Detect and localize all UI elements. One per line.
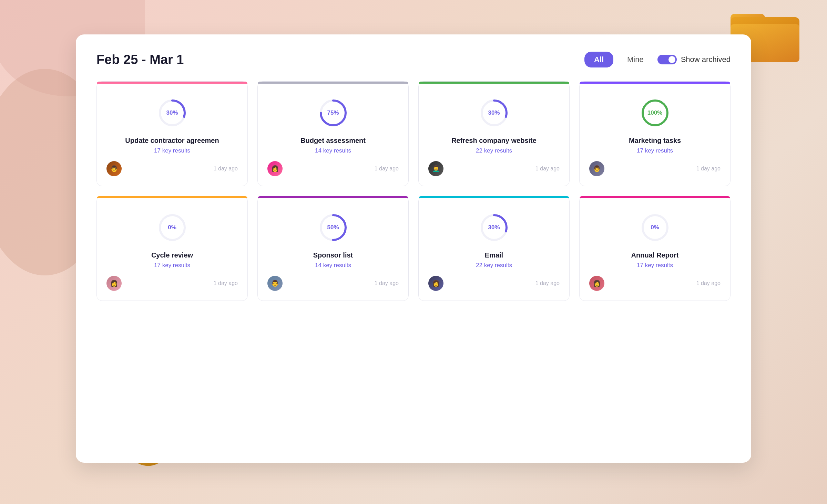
show-archived-toggle-container: Show archived bbox=[657, 55, 731, 64]
progress-text: 50% bbox=[327, 224, 339, 231]
task-card-5[interactable]: 0% Cycle review 17 key results 👩 1 day a… bbox=[96, 196, 248, 301]
main-panel: Feb 25 - Mar 1 All Mine Show archived 30… bbox=[76, 34, 751, 463]
avatar: 👩 bbox=[589, 276, 604, 291]
card-footer: 👩 1 day ago bbox=[106, 276, 238, 291]
mine-filter-button[interactable]: Mine bbox=[622, 52, 649, 67]
card-accent-bar bbox=[97, 196, 247, 198]
avatar-image: 👩 bbox=[589, 276, 604, 291]
card-timestamp: 1 day ago bbox=[696, 166, 721, 172]
card-key-results: 14 key results bbox=[267, 262, 399, 269]
card-footer: 👨 1 day ago bbox=[106, 161, 238, 176]
avatar-image: 👨 bbox=[106, 161, 122, 176]
show-archived-toggle[interactable] bbox=[657, 55, 677, 64]
card-accent-bar bbox=[419, 196, 569, 198]
progress-circle: 0% bbox=[640, 212, 671, 243]
task-card-6[interactable]: 50% Sponsor list 14 key results 👨 1 day … bbox=[257, 196, 409, 301]
progress-text: 75% bbox=[327, 109, 339, 116]
card-footer: 👩 1 day ago bbox=[267, 161, 399, 176]
card-key-results: 17 key results bbox=[106, 147, 238, 154]
card-key-results: 22 key results bbox=[428, 262, 560, 269]
toggle-knob bbox=[668, 56, 675, 63]
card-footer: 👨 1 day ago bbox=[589, 161, 721, 176]
avatar-image: 👨 bbox=[589, 161, 604, 176]
card-title: Sponsor list bbox=[267, 251, 399, 259]
card-key-results: 17 key results bbox=[589, 262, 721, 269]
progress-circle: 50% bbox=[318, 212, 349, 243]
avatar: 👩 bbox=[267, 161, 283, 176]
card-timestamp: 1 day ago bbox=[375, 166, 399, 172]
progress-text: 0% bbox=[168, 224, 176, 231]
progress-wrapper: 0% bbox=[106, 212, 238, 243]
card-title: Email bbox=[428, 251, 560, 259]
avatar: 👨 bbox=[267, 276, 283, 291]
card-title: Budget assessment bbox=[267, 137, 399, 145]
avatar-image: 👨 bbox=[267, 276, 283, 291]
progress-wrapper: 75% bbox=[267, 97, 399, 128]
avatar: 👨‍🦱 bbox=[428, 161, 443, 176]
avatar: 👨 bbox=[589, 161, 604, 176]
card-key-results: 17 key results bbox=[106, 262, 238, 269]
progress-circle: 30% bbox=[157, 97, 188, 128]
header: Feb 25 - Mar 1 All Mine Show archived bbox=[96, 52, 731, 67]
card-accent-bar bbox=[419, 82, 569, 84]
card-title: Annual Report bbox=[589, 251, 721, 259]
card-timestamp: 1 day ago bbox=[535, 280, 560, 286]
task-card-8[interactable]: 0% Annual Report 17 key results 👩 1 day … bbox=[579, 196, 731, 301]
card-title: Update contractor agreemen bbox=[106, 137, 238, 145]
card-footer: 👩 1 day ago bbox=[589, 276, 721, 291]
progress-circle: 30% bbox=[479, 97, 510, 128]
card-key-results: 14 key results bbox=[267, 147, 399, 154]
card-title: Marketing tasks bbox=[589, 137, 721, 145]
progress-text: 100% bbox=[647, 109, 662, 116]
task-card-4[interactable]: 100% Marketing tasks 17 key results 👨 1 … bbox=[579, 81, 731, 186]
progress-wrapper: 30% bbox=[428, 212, 560, 243]
all-filter-button[interactable]: All bbox=[584, 52, 613, 67]
card-footer: 👨‍🦱 1 day ago bbox=[428, 161, 560, 176]
avatar: 👩 bbox=[106, 276, 122, 291]
card-timestamp: 1 day ago bbox=[375, 280, 399, 286]
avatar-image: 👩 bbox=[267, 161, 283, 176]
avatar-image: 👩 bbox=[428, 276, 443, 291]
progress-circle: 0% bbox=[157, 212, 188, 243]
task-card-7[interactable]: 30% Email 22 key results 👩 1 day ago bbox=[418, 196, 570, 301]
card-accent-bar bbox=[258, 82, 408, 84]
card-accent-bar bbox=[258, 196, 408, 198]
card-footer: 👨 1 day ago bbox=[267, 276, 399, 291]
progress-wrapper: 0% bbox=[589, 212, 721, 243]
avatar: 👨 bbox=[106, 161, 122, 176]
card-title: Cycle review bbox=[106, 251, 238, 259]
progress-text: 30% bbox=[488, 224, 500, 231]
progress-circle: 30% bbox=[479, 212, 510, 243]
avatar-image: 👩 bbox=[106, 276, 122, 291]
task-card-2[interactable]: 75% Budget assessment 14 key results 👩 1… bbox=[257, 81, 409, 186]
show-archived-label: Show archived bbox=[681, 55, 731, 64]
card-timestamp: 1 day ago bbox=[535, 166, 560, 172]
card-key-results: 22 key results bbox=[428, 147, 560, 154]
progress-text: 30% bbox=[166, 109, 178, 116]
avatar: 👩 bbox=[428, 276, 443, 291]
progress-circle: 100% bbox=[640, 97, 671, 128]
card-key-results: 17 key results bbox=[589, 147, 721, 154]
card-timestamp: 1 day ago bbox=[696, 280, 721, 286]
progress-wrapper: 30% bbox=[428, 97, 560, 128]
card-footer: 👩 1 day ago bbox=[428, 276, 560, 291]
header-controls: All Mine Show archived bbox=[584, 52, 731, 67]
card-accent-bar bbox=[97, 82, 247, 84]
card-accent-bar bbox=[580, 196, 730, 198]
progress-circle: 75% bbox=[318, 97, 349, 128]
progress-wrapper: 100% bbox=[589, 97, 721, 128]
date-range-title: Feb 25 - Mar 1 bbox=[96, 52, 184, 67]
card-timestamp: 1 day ago bbox=[214, 166, 238, 172]
cards-grid: 30% Update contractor agreemen 17 key re… bbox=[96, 81, 731, 301]
card-accent-bar bbox=[580, 82, 730, 84]
avatar-image: 👨‍🦱 bbox=[428, 161, 443, 176]
task-card-1[interactable]: 30% Update contractor agreemen 17 key re… bbox=[96, 81, 248, 186]
task-card-3[interactable]: 30% Refresh company website 22 key resul… bbox=[418, 81, 570, 186]
card-title: Refresh company website bbox=[428, 137, 560, 145]
progress-text: 30% bbox=[488, 109, 500, 116]
progress-wrapper: 50% bbox=[267, 212, 399, 243]
progress-text: 0% bbox=[651, 224, 659, 231]
progress-wrapper: 30% bbox=[106, 97, 238, 128]
card-timestamp: 1 day ago bbox=[214, 280, 238, 286]
